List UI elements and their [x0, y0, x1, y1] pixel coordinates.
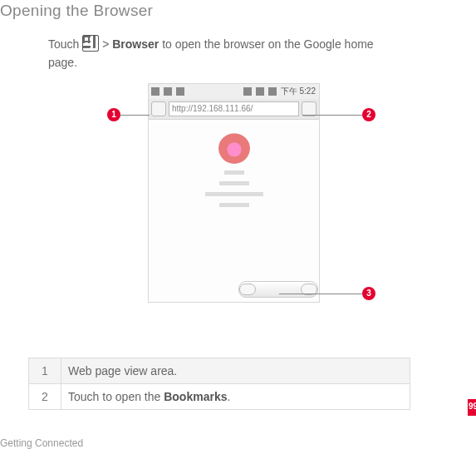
callout-2: 2	[362, 108, 375, 121]
legend-text: Touch to open the Bookmarks.	[61, 384, 410, 410]
callout-3: 3	[362, 287, 375, 300]
page-text-line	[224, 170, 244, 175]
legend-bold: Bookmarks	[164, 390, 227, 403]
url-field: http://192.168.111.66/	[169, 101, 299, 116]
status-time: 下午 5:22	[281, 86, 316, 96]
footer-chapter: Getting Connected	[0, 437, 83, 449]
signal-icon	[256, 87, 264, 96]
zoom-control	[238, 281, 318, 298]
sync-icon	[243, 87, 252, 96]
usb-icon	[164, 87, 172, 96]
page-icon	[151, 101, 166, 116]
huawei-logo	[218, 132, 250, 164]
phone-frame: 下午 5:22 http://192.168.111.66/	[148, 83, 320, 303]
table-row: 1 Web page view area.	[29, 358, 410, 384]
battery-icon	[268, 87, 277, 96]
page-text-line	[205, 192, 263, 196]
callout-line-2	[302, 115, 363, 116]
legend-pre: Touch to open the	[68, 390, 164, 403]
alert-icon	[176, 87, 184, 96]
table-row: 2 Touch to open the Bookmarks.	[29, 384, 410, 410]
legend-text: Web page view area.	[61, 358, 410, 384]
status-bar: 下午 5:22	[149, 84, 319, 100]
legend-number: 2	[29, 384, 61, 410]
legend-number: 1	[29, 358, 61, 384]
intro-mid: >	[102, 37, 112, 51]
page-view-area	[149, 119, 319, 302]
legend-post: .	[227, 390, 230, 403]
intro-paragraph: Touch > Browser to open the browser on t…	[48, 32, 389, 72]
callout-line-3	[279, 294, 363, 294]
intro-pre: Touch	[48, 37, 82, 51]
section-heading: Opening the Browser	[0, 2, 476, 20]
callout-line-1	[120, 115, 150, 116]
intro-bold: Browser	[112, 37, 159, 51]
sd-icon	[151, 87, 159, 96]
legend-table: 1 Web page view area. 2 Touch to open th…	[28, 358, 410, 410]
callout-1: 1	[107, 108, 120, 121]
browser-diagram: 下午 5:22 http://192.168.111.66/ 1 2 3	[113, 83, 429, 326]
page-text-line	[219, 181, 249, 185]
app-grid-icon	[82, 35, 99, 52]
page-number: 99	[469, 402, 476, 411]
page-text-line	[219, 203, 249, 207]
url-bar: http://192.168.111.66/	[149, 99, 319, 120]
